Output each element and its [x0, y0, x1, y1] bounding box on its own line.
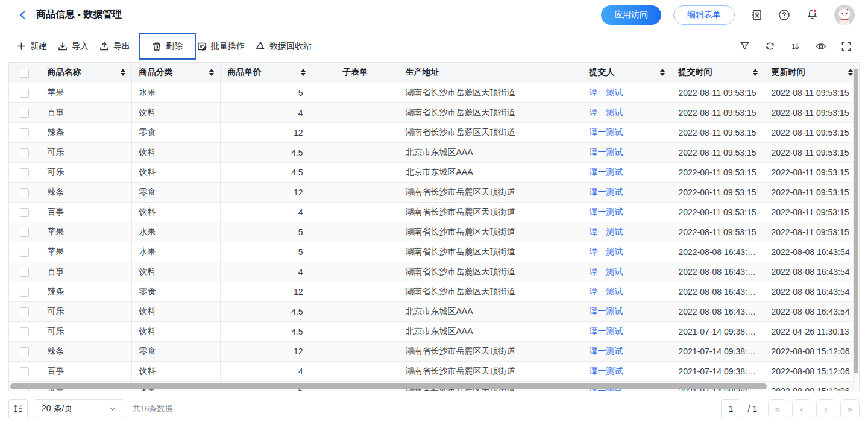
- cell-address: 北京市东城区AAA: [398, 142, 582, 162]
- current-page-box[interactable]: 1: [721, 399, 740, 418]
- cell-subform: [312, 122, 398, 142]
- help-icon[interactable]: [778, 9, 790, 21]
- row-checkbox[interactable]: [20, 109, 29, 118]
- sort-icon[interactable]: [753, 69, 758, 76]
- page-size-select[interactable]: 20 条/页: [34, 399, 124, 418]
- recycle-bin-button[interactable]: 数据回收站: [256, 41, 312, 52]
- edit-form-button[interactable]: 编辑表单: [673, 5, 735, 25]
- submitter-link[interactable]: 谭一测试: [590, 366, 623, 376]
- cell-submit-time: 2021-07-14 09:38:31: [671, 341, 764, 361]
- cell-submitter: 谭一测试: [582, 102, 671, 122]
- submitter-link[interactable]: 谭一测试: [590, 107, 623, 117]
- notification-bell-icon[interactable]: [806, 8, 819, 21]
- next-page-button[interactable]: ›: [816, 399, 835, 418]
- submitter-link[interactable]: 谭一测试: [590, 227, 623, 236]
- submitter-link[interactable]: 谭一测试: [590, 286, 623, 296]
- submitter-link[interactable]: 谭一测试: [590, 326, 623, 336]
- app-access-button[interactable]: 应用访问: [601, 5, 661, 25]
- row-checkbox[interactable]: [20, 148, 29, 157]
- row-checkbox[interactable]: [20, 268, 29, 277]
- cell-price: 4: [220, 202, 312, 222]
- sort-icon[interactable]: [121, 69, 125, 76]
- row-checkbox-cell: [9, 122, 40, 142]
- cell-submitter: 谭一测试: [582, 162, 671, 182]
- prev-page-button[interactable]: ‹: [792, 399, 811, 418]
- new-button[interactable]: 新建: [17, 41, 47, 52]
- cell-category: 饮料: [131, 142, 220, 162]
- column-visibility-eye-icon[interactable]: [816, 41, 826, 52]
- cell-category: 零食: [131, 282, 220, 301]
- table-row: 百事饮料4湖南省长沙市岳麓区天顶街道谭一测试2022-08-11 09:53:1…: [9, 102, 859, 122]
- row-checkbox[interactable]: [20, 327, 29, 336]
- row-checkbox-cell: [9, 162, 40, 182]
- cell-submit-time: 2022-08-11 09:53:15: [671, 122, 764, 142]
- cell-submit-time: 2022-08-08 16:43:54: [671, 262, 764, 282]
- cell-submitter: 谭一测试: [582, 222, 671, 242]
- fullscreen-icon[interactable]: [841, 42, 851, 51]
- column-header-submit-time[interactable]: 提交时间: [671, 63, 764, 83]
- filter-icon[interactable]: [740, 41, 750, 51]
- sort-icon[interactable]: [660, 69, 665, 76]
- column-label: 更新时间: [772, 67, 805, 78]
- cell-update-time: 2022-08-11 09:53:15: [764, 142, 859, 162]
- delete-button[interactable]: 删除: [152, 41, 183, 52]
- select-all-checkbox[interactable]: [20, 69, 29, 78]
- row-checkbox[interactable]: [20, 367, 29, 376]
- cell-submit-time: 2022-08-08 16:43:54: [671, 242, 764, 262]
- submitter-link[interactable]: 谭一测试: [590, 346, 623, 356]
- submitter-link[interactable]: 谭一测试: [590, 306, 623, 316]
- column-header-product-name[interactable]: 商品名称: [40, 63, 131, 83]
- column-header-submitter[interactable]: 提交人: [582, 63, 671, 83]
- row-checkbox[interactable]: [20, 168, 29, 177]
- table-row: 苹果水果5湖南省长沙市岳麓区天顶街道谭一测试2022-08-11 09:53:1…: [9, 83, 859, 102]
- column-header-update-time[interactable]: 更新时间: [764, 63, 859, 83]
- submitter-link[interactable]: 谭一测试: [590, 187, 623, 197]
- row-checkbox[interactable]: [20, 89, 29, 98]
- row-checkbox[interactable]: [20, 288, 29, 297]
- row-checkbox[interactable]: [20, 208, 29, 217]
- cell-submitter: 谭一测试: [582, 202, 671, 222]
- row-checkbox[interactable]: [20, 188, 29, 197]
- contacts-icon[interactable]: [750, 9, 763, 21]
- submitter-link[interactable]: 谭一测试: [590, 87, 623, 97]
- cell-address: 湖南省长沙市岳麓区天顶街道: [398, 222, 582, 242]
- sort-icon[interactable]: [848, 69, 853, 76]
- export-button[interactable]: 导出: [99, 41, 130, 52]
- row-checkbox-cell: [9, 242, 40, 262]
- table-row: 辣条零食12湖南省长沙市岳麓区天顶街道谭一测试2022-08-08 16:43:…: [9, 282, 859, 301]
- table-row: 百事饮料4湖南省长沙市岳麓区天顶街道谭一测试2021-07-14 09:38:2…: [9, 361, 859, 381]
- cell-product-name: 苹果: [40, 222, 131, 242]
- table-row: 苹果水果5湖南省长沙市岳麓区天顶街道谭一测试2022-08-11 09:53:1…: [9, 222, 859, 242]
- submitter-link[interactable]: 谭一测试: [590, 207, 623, 216]
- user-avatar[interactable]: [834, 5, 855, 25]
- sort-order-icon[interactable]: 1: [790, 41, 800, 51]
- submitter-link[interactable]: 谭一测试: [590, 247, 623, 256]
- row-checkbox[interactable]: [20, 307, 29, 316]
- column-label: 商品分类: [139, 67, 173, 78]
- cell-address: 湖南省长沙市岳麓区天顶街道: [398, 282, 582, 301]
- row-height-button[interactable]: [8, 399, 28, 418]
- submitter-link[interactable]: 谭一测试: [590, 266, 623, 276]
- column-header-price[interactable]: 商品单价: [220, 63, 312, 83]
- row-checkbox[interactable]: [20, 228, 29, 237]
- sort-icon[interactable]: [301, 69, 306, 76]
- submitter-link[interactable]: 谭一测试: [590, 167, 623, 177]
- row-checkbox[interactable]: [20, 128, 29, 137]
- vertical-scrollbar-track[interactable]: [853, 63, 859, 391]
- row-checkbox[interactable]: [20, 347, 29, 356]
- back-button[interactable]: [18, 10, 28, 20]
- first-page-button[interactable]: «: [768, 399, 787, 418]
- row-checkbox[interactable]: [20, 248, 29, 257]
- submitter-link[interactable]: 谭一测试: [590, 147, 623, 157]
- column-header-category[interactable]: 商品分类: [131, 63, 220, 83]
- import-button[interactable]: 导入: [58, 41, 89, 52]
- vertical-scrollbar-thumb[interactable]: [854, 69, 858, 373]
- table-row: 百事饮料4湖南省长沙市岳麓区天顶街道谭一测试2022-08-11 09:53:1…: [9, 202, 859, 222]
- batch-operation-button[interactable]: 批量操作: [197, 41, 245, 52]
- refresh-icon[interactable]: [765, 41, 775, 51]
- sort-icon[interactable]: [209, 69, 214, 76]
- submitter-link[interactable]: 谭一测试: [590, 127, 623, 137]
- last-page-button[interactable]: »: [840, 399, 860, 418]
- cell-submitter: 谭一测试: [582, 341, 671, 361]
- horizontal-scrollbar-thumb[interactable]: [10, 383, 767, 389]
